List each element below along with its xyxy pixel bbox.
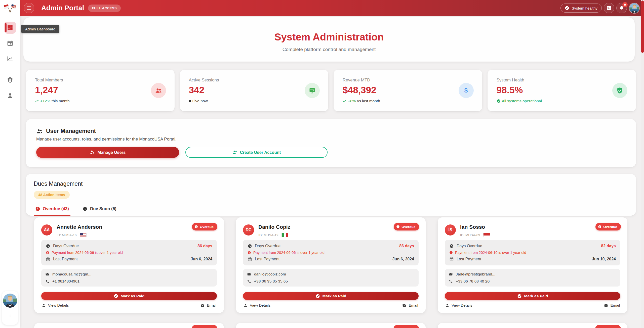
person-icon [445,303,449,307]
email-button[interactable]: Email [603,302,620,308]
sidebar-item-calendar[interactable] [4,37,16,49]
overdue-info-box: Days Overdue 82 days Payment from 2024-0… [445,240,620,265]
more-menu-button[interactable] [7,313,14,318]
member-phone: +33 06 78 63 40 20 [456,279,490,284]
user-plus-icon [232,150,237,155]
alert-icon [598,225,601,228]
alert-icon [396,225,400,228]
dollar-icon: $ [464,87,468,94]
section-description: Manage user accounts, roles, and permiss… [36,137,626,142]
member-avatar: AA [41,224,52,236]
sidebar-item-analytics[interactable] [4,53,16,65]
check-circle-icon [565,6,569,10]
mark-as-paid-button[interactable]: Mark as Paid [41,292,217,300]
sidebar-tooltip: Admin Dashboard [21,25,59,33]
sidebar-item-admin[interactable] [4,74,16,86]
notification-count-badge: 0 [622,2,628,7]
member-cards-row-next [34,323,627,328]
days-overdue-value: 86 days [399,244,414,248]
member-phone: +33 06 95 35 35 65 [254,279,288,284]
email-button[interactable]: Email [402,302,419,308]
stat-card-system-health: System Health 98.5% All systems operatio… [488,70,636,111]
overdue-info-box: Days Overdue 86 days Payment from 2024-0… [243,240,419,265]
view-details-button[interactable]: View Details [243,302,271,308]
status-badge: Overdue [394,223,419,230]
stat-value: $48,392 [343,85,473,96]
person-icon [244,303,248,307]
check-circle-icon [497,99,501,103]
member-email: danilo@copiz.com [254,272,286,276]
user-avatar[interactable] [3,294,17,308]
payment-warning: Payment from 2024-06-06 is over 1 year o… [253,251,325,255]
members-icon-circle [151,83,166,98]
mail-icon [604,303,608,307]
person-icon [42,303,46,307]
crossed-flags-logo [4,3,17,14]
view-details-button[interactable]: View Details [445,302,473,308]
main-content: System Administration Complete platform … [20,16,641,328]
stat-change: +8% [348,99,356,103]
status-badge: Overdue [595,223,621,230]
terminal-button[interactable] [604,3,614,13]
clock-icon [248,244,252,248]
user-gear-icon [90,150,95,155]
page-title: System Administration [23,31,635,43]
hero-card: System Administration Complete platform … [23,17,635,62]
clock-icon [46,244,50,248]
payment-warning: Payment from 2024-06-06 is over 1 year o… [52,251,123,255]
email-button[interactable]: Email [200,302,217,308]
monitor-icon [309,87,316,94]
clock-icon [449,244,454,248]
mark-as-paid-button[interactable]: Mark as Paid [243,292,419,300]
sidebar-user-card [2,291,18,325]
overdue-info-box: Days Overdue 86 days Payment from 2024-0… [41,240,217,265]
create-user-account-button[interactable]: Create User Account [185,147,328,158]
menu-icon [26,5,32,11]
member-avatar: IS [445,224,456,236]
calendar-check-icon [449,257,454,261]
view-details-button[interactable]: View Details [41,302,69,308]
alert-icon [46,251,49,254]
scrollbar-thumb[interactable] [641,1,644,53]
calendar-check-icon [46,257,50,261]
stat-note: Live now [192,99,208,103]
alert-icon [449,251,453,254]
mark-as-paid-button[interactable]: Mark as Paid [445,292,620,300]
system-health-pill[interactable]: System healthy [560,4,602,13]
live-dot-icon [189,100,191,102]
tab-due-soon[interactable]: Due Soon (5) [81,206,118,216]
sidebar-item-profile[interactable] [4,89,16,102]
mail-icon [449,272,453,276]
member-email: Jade@prestigebrand... [456,272,495,276]
check-circle-icon [315,294,320,298]
member-name: Ian Sosso [460,224,490,230]
stat-card-active-sessions: Active Sessions 342 Live now [180,70,329,111]
page-subtitle: Complete platform control and management [23,47,635,52]
member-id: ID: MUSA-16 [57,233,77,237]
phone-icon [45,279,49,283]
member-avatar: DC [243,224,254,236]
menu-button[interactable] [24,3,34,13]
member-id: ID: MUSA-69 [460,233,480,237]
calendar-icon [7,40,13,46]
member-cards-row: Overdue AA Annette Anderson ID: MUSA-16 … [34,217,627,313]
manage-users-button[interactable]: Manage Users [36,147,179,158]
stat-note: vs last month [357,99,380,103]
mail-icon [247,272,251,276]
stat-label: System Health [497,78,627,83]
tab-overdue[interactable]: Overdue (43) [34,206,70,216]
stat-change: +12% [40,99,50,103]
shield-user-icon [7,77,13,83]
user-management-card: User Management Manage user accounts, ro… [26,119,636,167]
shield-check-icon [616,87,623,94]
member-card: Overdue AA Annette Anderson ID: MUSA-16 … [34,217,224,313]
italy-flag-icon [281,233,288,237]
last-payment-date: Jun 6, 2024 [392,257,414,261]
mail-icon [45,272,49,276]
page-scrollbar[interactable] [641,0,644,328]
profile-avatar[interactable] [629,3,640,14]
check-circle-icon [517,294,522,298]
sidebar-item-dashboard[interactable] [4,22,16,34]
notifications-button[interactable]: 0 [616,3,627,13]
access-badge: FULL ACCESS [88,5,120,12]
